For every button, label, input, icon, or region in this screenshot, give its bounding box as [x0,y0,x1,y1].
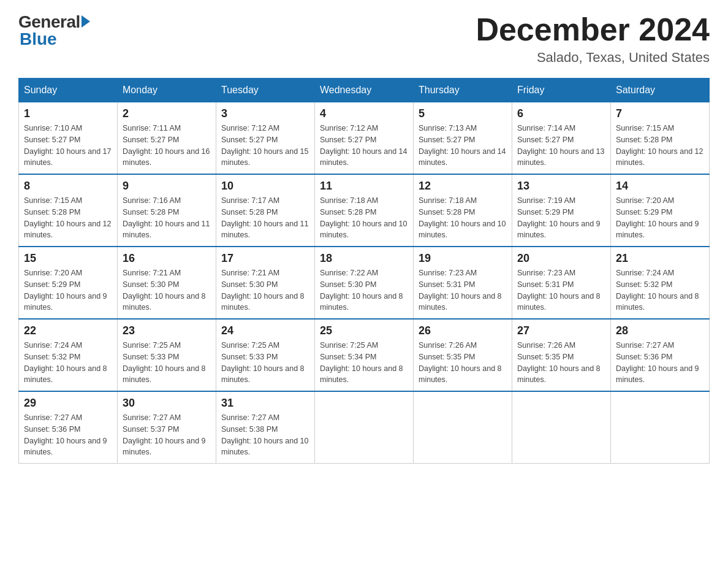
day-number: 16 [123,252,211,265]
day-info: Sunrise: 7:17 AMSunset: 5:28 PMDaylight:… [221,195,309,241]
calendar-cell: 12Sunrise: 7:18 AMSunset: 5:28 PMDayligh… [414,174,512,247]
column-header-monday: Monday [118,79,216,102]
day-number: 6 [517,107,605,120]
calendar-cell: 3Sunrise: 7:12 AMSunset: 5:27 PMDaylight… [216,102,315,175]
day-number: 20 [517,252,605,265]
day-info: Sunrise: 7:15 AMSunset: 5:28 PMDaylight:… [24,195,112,241]
calendar-cell: 10Sunrise: 7:17 AMSunset: 5:28 PMDayligh… [216,174,315,247]
day-number: 27 [517,324,605,337]
day-number: 17 [221,252,309,265]
calendar-cell: 15Sunrise: 7:20 AMSunset: 5:29 PMDayligh… [19,247,118,319]
day-info: Sunrise: 7:12 AMSunset: 5:27 PMDaylight:… [320,123,408,169]
day-info: Sunrise: 7:20 AMSunset: 5:29 PMDaylight:… [24,267,112,313]
day-info: Sunrise: 7:25 AMSunset: 5:33 PMDaylight:… [221,340,309,386]
day-number: 7 [616,107,704,120]
day-info: Sunrise: 7:10 AMSunset: 5:27 PMDaylight:… [24,123,112,169]
day-number: 22 [24,324,112,337]
day-number: 14 [616,180,704,193]
day-number: 15 [24,252,112,265]
day-info: Sunrise: 7:23 AMSunset: 5:31 PMDaylight:… [419,267,507,313]
calendar-title: December 2024 [476,12,710,47]
day-number: 10 [221,180,309,193]
day-info: Sunrise: 7:26 AMSunset: 5:35 PMDaylight:… [419,340,507,386]
day-info: Sunrise: 7:27 AMSunset: 5:36 PMDaylight:… [24,412,112,458]
column-header-saturday: Saturday [611,79,710,102]
calendar-cell: 30Sunrise: 7:27 AMSunset: 5:37 PMDayligh… [118,391,216,464]
calendar-cell: 8Sunrise: 7:15 AMSunset: 5:28 PMDaylight… [19,174,118,247]
calendar-week-5: 29Sunrise: 7:27 AMSunset: 5:36 PMDayligh… [19,391,710,464]
title-section: December 2024 Salado, Texas, United Stat… [476,12,710,66]
day-info: Sunrise: 7:15 AMSunset: 5:28 PMDaylight:… [616,123,704,169]
day-number: 24 [221,324,309,337]
day-number: 28 [616,324,704,337]
day-info: Sunrise: 7:16 AMSunset: 5:28 PMDaylight:… [123,195,211,241]
day-info: Sunrise: 7:24 AMSunset: 5:32 PMDaylight:… [616,267,704,313]
calendar-subtitle: Salado, Texas, United States [476,50,710,66]
day-info: Sunrise: 7:23 AMSunset: 5:31 PMDaylight:… [517,267,605,313]
day-number: 4 [320,107,408,120]
day-info: Sunrise: 7:21 AMSunset: 5:30 PMDaylight:… [221,267,309,313]
calendar-cell: 7Sunrise: 7:15 AMSunset: 5:28 PMDaylight… [611,102,710,175]
day-number: 30 [123,397,211,410]
day-info: Sunrise: 7:21 AMSunset: 5:30 PMDaylight:… [123,267,211,313]
day-info: Sunrise: 7:14 AMSunset: 5:27 PMDaylight:… [517,123,605,169]
day-number: 3 [221,107,309,120]
calendar-cell: 28Sunrise: 7:27 AMSunset: 5:36 PMDayligh… [611,319,710,391]
calendar-cell: 4Sunrise: 7:12 AMSunset: 5:27 PMDaylight… [315,102,414,175]
calendar-cell: 27Sunrise: 7:26 AMSunset: 5:35 PMDayligh… [512,319,611,391]
logo: General Blue [18,12,90,49]
calendar-cell: 21Sunrise: 7:24 AMSunset: 5:32 PMDayligh… [611,247,710,319]
day-number: 8 [24,180,112,193]
calendar-header-row: SundayMondayTuesdayWednesdayThursdayFrid… [19,79,710,102]
calendar-week-3: 15Sunrise: 7:20 AMSunset: 5:29 PMDayligh… [19,247,710,319]
calendar-cell: 2Sunrise: 7:11 AMSunset: 5:27 PMDaylight… [118,102,216,175]
day-number: 29 [24,397,112,410]
calendar-cell: 11Sunrise: 7:18 AMSunset: 5:28 PMDayligh… [315,174,414,247]
day-info: Sunrise: 7:25 AMSunset: 5:34 PMDaylight:… [320,340,408,386]
calendar-cell: 1Sunrise: 7:10 AMSunset: 5:27 PMDaylight… [19,102,118,175]
column-header-friday: Friday [512,79,611,102]
calendar-cell: 9Sunrise: 7:16 AMSunset: 5:28 PMDaylight… [118,174,216,247]
calendar-week-4: 22Sunrise: 7:24 AMSunset: 5:32 PMDayligh… [19,319,710,391]
day-info: Sunrise: 7:13 AMSunset: 5:27 PMDaylight:… [419,123,507,169]
day-info: Sunrise: 7:24 AMSunset: 5:32 PMDaylight:… [24,340,112,386]
day-info: Sunrise: 7:19 AMSunset: 5:29 PMDaylight:… [517,195,605,241]
day-info: Sunrise: 7:20 AMSunset: 5:29 PMDaylight:… [616,195,704,241]
calendar-cell [414,391,512,464]
day-info: Sunrise: 7:11 AMSunset: 5:27 PMDaylight:… [123,123,211,169]
day-info: Sunrise: 7:12 AMSunset: 5:27 PMDaylight:… [221,123,309,169]
calendar-table: SundayMondayTuesdayWednesdayThursdayFrid… [18,78,710,464]
calendar-week-1: 1Sunrise: 7:10 AMSunset: 5:27 PMDaylight… [19,102,710,175]
calendar-cell: 16Sunrise: 7:21 AMSunset: 5:30 PMDayligh… [118,247,216,319]
logo-blue-text: Blue [20,29,57,49]
day-number: 26 [419,324,507,337]
calendar-body: 1Sunrise: 7:10 AMSunset: 5:27 PMDaylight… [19,102,710,464]
column-header-tuesday: Tuesday [216,79,315,102]
calendar-cell: 5Sunrise: 7:13 AMSunset: 5:27 PMDaylight… [414,102,512,175]
page-header: General Blue December 2024 Salado, Texas… [18,12,710,66]
day-number: 21 [616,252,704,265]
day-number: 18 [320,252,408,265]
day-number: 5 [419,107,507,120]
calendar-cell: 20Sunrise: 7:23 AMSunset: 5:31 PMDayligh… [512,247,611,319]
calendar-week-2: 8Sunrise: 7:15 AMSunset: 5:28 PMDaylight… [19,174,710,247]
calendar-cell: 25Sunrise: 7:25 AMSunset: 5:34 PMDayligh… [315,319,414,391]
calendar-cell: 18Sunrise: 7:22 AMSunset: 5:30 PMDayligh… [315,247,414,319]
day-number: 25 [320,324,408,337]
calendar-cell: 13Sunrise: 7:19 AMSunset: 5:29 PMDayligh… [512,174,611,247]
day-number: 19 [419,252,507,265]
day-number: 2 [123,107,211,120]
day-number: 31 [221,397,309,410]
calendar-cell: 24Sunrise: 7:25 AMSunset: 5:33 PMDayligh… [216,319,315,391]
column-header-sunday: Sunday [19,79,118,102]
calendar-cell [315,391,414,464]
column-header-wednesday: Wednesday [315,79,414,102]
calendar-cell [512,391,611,464]
day-info: Sunrise: 7:27 AMSunset: 5:37 PMDaylight:… [123,412,211,458]
day-number: 9 [123,180,211,193]
calendar-cell: 29Sunrise: 7:27 AMSunset: 5:36 PMDayligh… [19,391,118,464]
day-info: Sunrise: 7:27 AMSunset: 5:36 PMDaylight:… [616,340,704,386]
calendar-cell: 6Sunrise: 7:14 AMSunset: 5:27 PMDaylight… [512,102,611,175]
calendar-cell: 17Sunrise: 7:21 AMSunset: 5:30 PMDayligh… [216,247,315,319]
calendar-cell: 19Sunrise: 7:23 AMSunset: 5:31 PMDayligh… [414,247,512,319]
